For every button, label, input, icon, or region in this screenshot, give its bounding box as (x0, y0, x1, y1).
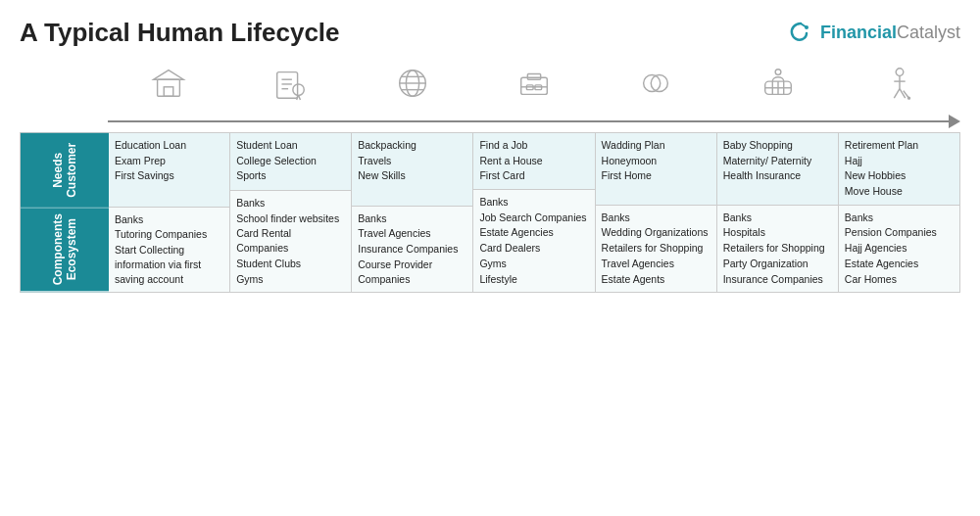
data-col-2: BackpackingTravelsNew SkillsBanksTravel … (351, 133, 472, 292)
data-columns: Education LoanExam PrepFirst SavingsBank… (109, 133, 959, 292)
needs-item: College Selection (236, 154, 345, 168)
ecosystem-item: Card Dealers (479, 241, 588, 256)
svg-line-7 (299, 95, 301, 100)
needs-item: Hajj (845, 154, 954, 168)
ecosystem-item: Job Search Companies (479, 211, 588, 225)
ecosystem-item: Hajj Agencies (845, 241, 954, 256)
svg-point-5 (293, 84, 304, 95)
ecosystem-item: Pension Companies (845, 225, 954, 240)
ecosystem-item: Banks (479, 195, 588, 210)
icon-baby (716, 58, 838, 109)
needs-item: Student Loan (236, 138, 345, 153)
ecosystem-cell-1: BanksSchool finder websitesCard Rental C… (230, 191, 351, 292)
needs-item: Health Insurance (723, 168, 832, 183)
icon-school (108, 58, 229, 109)
ecosystem-item: Hospitals (723, 225, 832, 240)
ecosystem-cell-5: BanksHospitalsRetailers for ShoppingPart… (717, 206, 838, 292)
page-title: A Typical Human Lifecycle (20, 18, 340, 48)
ecosystem-item: Course Provider Companies (358, 258, 466, 286)
needs-item: Education Loan (115, 138, 223, 153)
ecosystem-item: Banks (236, 196, 345, 211)
logo-financial: FinancialCatalyst (820, 23, 960, 43)
ecosystem-item: Estate Agents (602, 272, 710, 287)
ecosystem-item: Insurance Companies (723, 272, 832, 287)
data-col-0: Education LoanExam PrepFirst SavingsBank… (109, 133, 229, 292)
data-col-3: Find a JobRent a HouseFirst CardBanksJob… (472, 133, 594, 292)
ecosystem-item: Car Homes (845, 272, 954, 287)
ecosystem-item: Gyms (236, 272, 345, 287)
ecosystem-item: Banks (845, 211, 954, 225)
customer-needs-label: Customer Needs (21, 133, 109, 208)
data-col-1: Student LoanCollege SelectionSportsBanks… (229, 133, 351, 292)
ecosystem-item: Student Clubs (236, 257, 345, 271)
needs-item: First Home (602, 168, 710, 183)
ecosystem-item: Banks (602, 211, 710, 225)
needs-item: Maternity/ Paternity (723, 154, 832, 168)
needs-item: First Card (479, 168, 588, 183)
needs-cell-6: Retirement PlanHajjNew HobbiesMove House (839, 133, 959, 206)
ecosystem-item: Party Organization (723, 257, 832, 271)
needs-item: New Hobbies (845, 168, 954, 183)
needs-cell-1: Student LoanCollege SelectionSports (230, 133, 351, 191)
logo-icon (787, 20, 814, 47)
icon-travel (352, 58, 473, 109)
needs-item: Rent a House (479, 154, 588, 168)
needs-item: New Skills (358, 168, 466, 183)
needs-item: Wadding Plan (602, 138, 710, 153)
needs-item: Backpacking (358, 138, 466, 153)
icon-job (473, 58, 595, 109)
svg-point-21 (644, 74, 661, 91)
ecosystem-cell-6: BanksPension CompaniesHajj AgenciesEstat… (839, 206, 959, 292)
ecosystem-item: Banks (723, 211, 832, 225)
ecosystem-item: Wedding Organizations (602, 225, 710, 240)
ecosystem-item: Card Rental Companies (236, 226, 345, 255)
ecosystem-item: Travel Agencies (602, 257, 710, 271)
ecosystem-cell-4: BanksWedding OrganizationsRetailers for … (596, 206, 716, 292)
timeline-container (20, 115, 960, 128)
svg-point-0 (805, 25, 808, 29)
svg-rect-1 (158, 79, 180, 96)
needs-cell-5: Baby ShoppingMaternity/ PaternityHealth … (717, 133, 838, 206)
needs-item: Travels (358, 154, 466, 168)
data-col-5: Baby ShoppingMaternity/ PaternityHealth … (716, 133, 838, 292)
timeline-arrow (108, 115, 960, 128)
ecosystem-item: Insurance Companies (358, 242, 466, 257)
needs-cell-4: Wadding PlanHoneymoonFirst Home (596, 133, 716, 206)
needs-item: Retirement Plan (845, 138, 954, 153)
needs-cell-2: BackpackingTravelsNew Skills (352, 133, 472, 207)
ecosystem-item: Estate Agencies (479, 225, 588, 240)
needs-item: First Savings (115, 168, 223, 183)
ecosystem-cell-0: BanksTutoring CompaniesStart Collecting … (109, 208, 229, 292)
svg-rect-3 (164, 87, 173, 97)
ecosystem-item: Tutoring Companies (115, 227, 223, 242)
ecosystem-item: Banks (358, 211, 466, 226)
main-table: Customer Needs Ecosystem Components Educ… (20, 132, 960, 293)
svg-marker-2 (154, 70, 183, 80)
ecosystem-item: Start Collecting information via first s… (115, 243, 223, 286)
needs-item: Find a Job (479, 138, 588, 153)
icon-wedding (595, 58, 716, 109)
icons-row (20, 58, 960, 109)
timeline-line (108, 120, 949, 122)
svg-rect-17 (527, 74, 540, 80)
timeline-arrowhead (949, 115, 960, 128)
ecosystem-item: Estate Agencies (845, 257, 954, 271)
svg-point-22 (652, 74, 668, 91)
data-col-6: Retirement PlanHajjNew HobbiesMove House… (838, 133, 959, 292)
ecosystem-item: School finder websites (236, 211, 345, 226)
ecosystem-components-label: Ecosystem Components (21, 208, 109, 292)
ecosystem-item: Travel Agencies (358, 226, 466, 241)
needs-item: Exam Prep (115, 154, 223, 168)
ecosystem-item: Lifestyle (479, 272, 588, 287)
svg-point-31 (907, 97, 909, 99)
needs-item: Honeymoon (602, 154, 710, 168)
ecosystem-cell-3: BanksJob Search CompaniesEstate Agencies… (473, 190, 594, 292)
header: A Typical Human Lifecycle FinancialCatal… (20, 18, 960, 48)
ecosystem-cell-2: BanksTravel AgenciesInsurance CompaniesC… (352, 207, 472, 292)
needs-item: Sports (236, 168, 345, 183)
page-container: A Typical Human Lifecycle FinancialCatal… (0, 0, 980, 516)
label-column: Customer Needs Ecosystem Components (21, 133, 109, 292)
needs-item: Move House (845, 184, 954, 199)
icon-diploma (229, 58, 351, 109)
svg-point-28 (775, 70, 781, 75)
